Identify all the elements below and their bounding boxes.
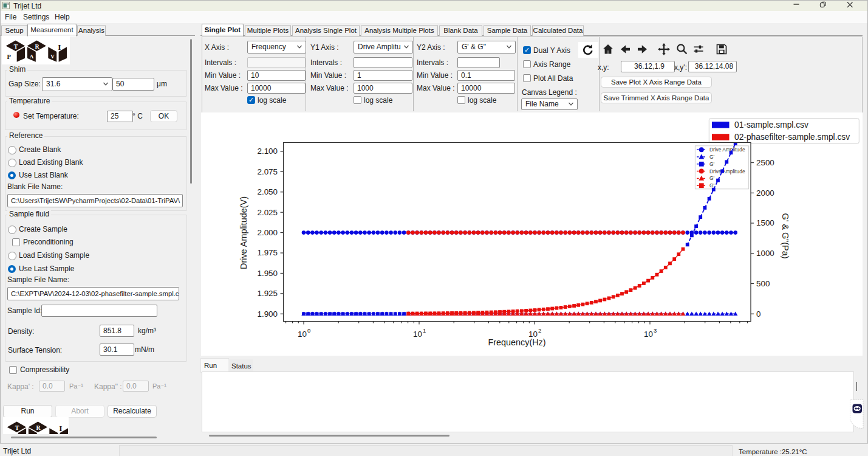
- svg-text:2.000: 2.000: [257, 228, 278, 237]
- svg-text:T: T: [14, 43, 18, 50]
- svg-text:0: 0: [307, 327, 310, 334]
- svg-text:2.100: 2.100: [257, 147, 278, 156]
- svg-text:2.075: 2.075: [257, 167, 278, 176]
- svg-text:1.900: 1.900: [257, 309, 278, 319]
- svg-text:02-phasefilter-sample.smpl.csv: 02-phasefilter-sample.smpl.csv: [734, 133, 850, 142]
- svg-text:10: 10: [644, 330, 653, 339]
- svg-text:2: 2: [538, 327, 541, 334]
- svg-text:1: 1: [423, 327, 426, 334]
- svg-text:V: V: [50, 54, 55, 60]
- svg-text:2.050: 2.050: [257, 187, 278, 196]
- svg-text:2500: 2500: [756, 158, 774, 167]
- svg-text:0: 0: [756, 309, 760, 319]
- svg-text:G': G': [709, 175, 715, 181]
- svg-text:3: 3: [654, 327, 657, 334]
- svg-text:I: I: [59, 424, 62, 433]
- svg-text:T: T: [15, 424, 19, 431]
- svg-text:10: 10: [413, 330, 422, 339]
- svg-text:I: I: [58, 43, 61, 52]
- svg-text:Drive Amplitude(V): Drive Amplitude(V): [239, 196, 248, 269]
- svg-text:R: R: [35, 43, 39, 50]
- svg-text:Drive Amplitude: Drive Amplitude: [709, 168, 745, 174]
- svg-text:G': G': [709, 161, 715, 167]
- svg-text:1.975: 1.975: [257, 248, 278, 257]
- svg-text:A: A: [30, 54, 34, 60]
- svg-text:2.025: 2.025: [257, 208, 278, 217]
- svg-text:1500: 1500: [756, 218, 774, 227]
- svg-text:500: 500: [756, 279, 770, 288]
- svg-text:1000: 1000: [756, 249, 774, 258]
- svg-text:G': G': [709, 182, 715, 188]
- svg-text:G' & G"(Pa): G' & G"(Pa): [781, 213, 790, 258]
- svg-text:Frequency(Hz): Frequency(Hz): [488, 337, 545, 347]
- svg-text:R: R: [36, 424, 41, 431]
- svg-text:10: 10: [298, 330, 307, 339]
- svg-text:2000: 2000: [756, 188, 774, 198]
- svg-text:01-sample.smpl.csv: 01-sample.smpl.csv: [734, 120, 808, 130]
- svg-text:1.925: 1.925: [257, 289, 278, 298]
- svg-text:1.950: 1.950: [257, 269, 278, 278]
- svg-text:P: P: [7, 54, 12, 60]
- svg-text:G': G': [709, 154, 715, 160]
- svg-text:Drive Amplitude: Drive Amplitude: [709, 147, 745, 153]
